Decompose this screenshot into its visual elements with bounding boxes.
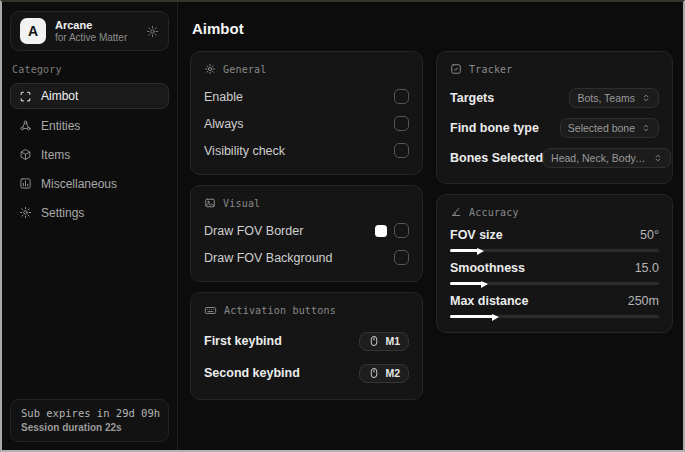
sidebar-item-aimbot[interactable]: Aimbot xyxy=(10,83,169,109)
card-header-label: Accuracy xyxy=(469,207,519,218)
chevrons-up-down-icon xyxy=(653,153,663,163)
mouse-icon xyxy=(368,335,380,347)
tune-gear-icon xyxy=(204,63,216,75)
row-label: Draw FOV Background xyxy=(204,251,333,265)
setting-row-targets: Targets Bots, Teams xyxy=(450,85,659,111)
sub-expires-text: Sub expires in 29d 09h xyxy=(21,407,158,419)
subscription-card: Sub expires in 29d 09h Session duration … xyxy=(10,399,169,442)
sidebar-item-items[interactable]: Items xyxy=(10,142,169,167)
card-header-label: Activation buttons xyxy=(224,305,336,316)
app-header-card: A Arcane for Active Matter xyxy=(10,11,169,51)
right-column: Tracker Targets Bots, Teams xyxy=(436,51,673,400)
first-keybind-button[interactable]: M1 xyxy=(359,332,409,351)
app-subtitle: for Active Matter xyxy=(55,32,137,44)
settings-gear-icon xyxy=(19,206,32,219)
left-column: General Enable Always Visibility check xyxy=(190,51,423,400)
dropdown-value: Selected bone xyxy=(568,122,635,134)
dropdown-value: Head, Neck, Body, Pe.. xyxy=(551,152,647,164)
row-label: Smoothness xyxy=(450,261,525,275)
slider-value: 250m xyxy=(628,294,659,308)
bones-selected-dropdown[interactable]: Head, Neck, Body, Pe.. xyxy=(543,148,671,168)
visual-card: Visual Draw FOV Border Draw FOV Backgrou… xyxy=(190,185,423,282)
activation-card-header: Activation buttons xyxy=(204,304,409,317)
sidebar-item-miscellaneous[interactable]: Miscellaneous xyxy=(10,171,169,196)
setting-row-second-keybind: Second keybind M2 xyxy=(204,359,409,387)
visibility-check-checkbox[interactable] xyxy=(394,143,409,158)
keybind-value: M1 xyxy=(385,335,400,347)
slider-thumb[interactable] xyxy=(477,248,484,255)
fov-size-setting: FOV size 50° xyxy=(450,228,659,252)
slider-thumb[interactable] xyxy=(481,281,488,288)
app-logo: A xyxy=(20,18,46,44)
image-icon xyxy=(204,197,216,209)
tracker-card: Tracker Targets Bots, Teams xyxy=(436,51,673,184)
setting-row-bones-selected: Bones Selected Head, Neck, Body, Pe.. xyxy=(450,145,659,171)
row-label: Enable xyxy=(204,90,243,104)
setting-row-draw-fov-background: Draw FOV Background xyxy=(204,246,409,269)
chevrons-up-down-icon xyxy=(641,123,651,133)
targets-dropdown[interactable]: Bots, Teams xyxy=(569,88,659,108)
find-bone-type-dropdown[interactable]: Selected bone xyxy=(560,118,659,138)
scan-crosshair-icon xyxy=(19,90,32,103)
session-duration-text: Session duration 22s xyxy=(21,422,158,433)
row-label: FOV size xyxy=(450,228,503,242)
slider-fill xyxy=(450,249,479,252)
dropdown-value: Bots, Teams xyxy=(577,92,635,104)
card-header-label: Visual xyxy=(223,198,260,209)
activation-buttons-card: Activation buttons First keybind M1 xyxy=(190,292,423,400)
app-window: A Arcane for Active Matter Category Aimb… xyxy=(0,0,685,452)
setting-row-enable: Enable xyxy=(204,85,409,108)
accuracy-card-header: Accuracy xyxy=(450,206,659,218)
setting-row-find-bone-type: Find bone type Selected bone xyxy=(450,115,659,141)
draw-fov-border-checkbox[interactable] xyxy=(394,223,409,238)
keyboard-icon xyxy=(204,304,217,317)
mouse-icon xyxy=(368,367,380,379)
row-label: Find bone type xyxy=(450,121,539,135)
row-label: Draw FOV Border xyxy=(204,224,303,238)
category-label: Category xyxy=(12,64,167,75)
row-label: Visibility check xyxy=(204,144,285,158)
enable-checkbox[interactable] xyxy=(394,89,409,104)
slider-value: 15.0 xyxy=(635,261,659,275)
always-checkbox[interactable] xyxy=(394,116,409,131)
page-title: Aimbot xyxy=(192,20,673,37)
angle-icon xyxy=(450,206,462,218)
max-distance-setting: Max distance 250m xyxy=(450,294,659,318)
row-label: Targets xyxy=(450,91,494,105)
card-header-label: General xyxy=(223,64,267,75)
tracker-card-header: Tracker xyxy=(450,63,659,75)
setting-row-first-keybind: First keybind M1 xyxy=(204,327,409,355)
setting-row-draw-fov-border: Draw FOV Border xyxy=(204,219,409,242)
row-label: Bones Selected xyxy=(450,151,543,165)
row-label: Always xyxy=(204,117,244,131)
sidebar-item-label: Settings xyxy=(41,206,84,220)
card-header-label: Tracker xyxy=(469,64,513,75)
sidebar-item-entities[interactable]: Entities xyxy=(10,113,169,138)
slider-thumb[interactable] xyxy=(492,314,499,321)
slider-fill xyxy=(450,282,483,285)
sidebar-item-settings[interactable]: Settings xyxy=(10,200,169,225)
max-distance-slider[interactable] xyxy=(450,315,659,318)
second-keybind-button[interactable]: M2 xyxy=(359,364,409,383)
fov-border-color-swatch[interactable] xyxy=(375,225,387,237)
target-icon xyxy=(450,63,462,75)
entities-icon xyxy=(19,119,32,132)
row-label: First keybind xyxy=(204,334,282,348)
accuracy-card: Accuracy FOV size 50° xyxy=(436,194,673,333)
misc-chart-icon xyxy=(19,177,32,190)
setting-row-always: Always xyxy=(204,112,409,135)
main-content: Aimbot General Enable xyxy=(178,2,683,450)
fov-size-slider[interactable] xyxy=(450,249,659,252)
smoothness-slider[interactable] xyxy=(450,282,659,285)
gear-icon[interactable] xyxy=(146,25,159,38)
sidebar-item-label: Aimbot xyxy=(41,89,78,103)
general-card-header: General xyxy=(204,63,409,75)
row-label: Second keybind xyxy=(204,366,300,380)
cube-icon xyxy=(19,148,32,161)
draw-fov-background-checkbox[interactable] xyxy=(394,250,409,265)
row-label: Max distance xyxy=(450,294,529,308)
keybind-value: M2 xyxy=(385,367,400,379)
slider-fill xyxy=(450,315,494,318)
sidebar: A Arcane for Active Matter Category Aimb… xyxy=(2,2,178,450)
chevrons-up-down-icon xyxy=(641,93,651,103)
